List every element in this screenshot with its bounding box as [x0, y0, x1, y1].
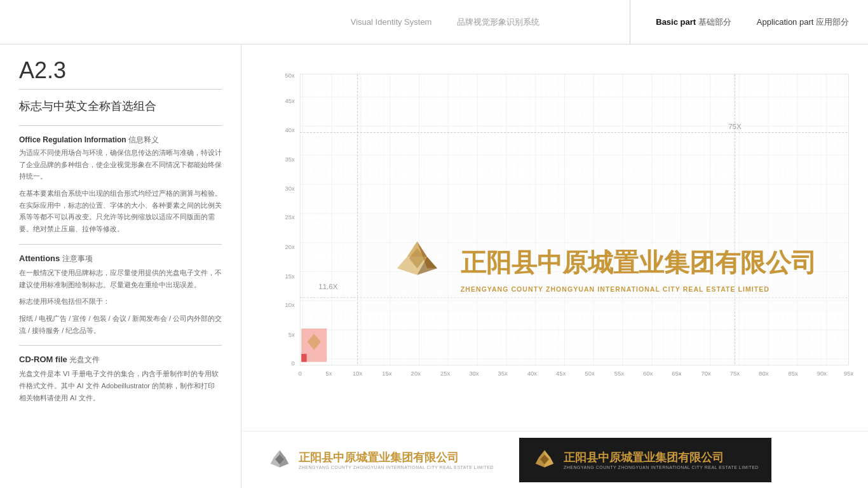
nav-application[interactable]: Application part 应用部分	[757, 17, 849, 28]
divider-1	[19, 125, 222, 126]
section3-label: CD-ROM file 光盘文件	[19, 355, 222, 365]
logo-text-dark: 正阳县中原城置业集团有限公司 ZHENGYANG COUNTY ZHONGYUA…	[564, 450, 759, 470]
svg-text:85x: 85x	[788, 370, 798, 377]
main-content: A2.3 标志与中英文全称首选组合 Office Regulation Info…	[0, 44, 868, 488]
svg-text:0: 0	[291, 360, 294, 367]
svg-text:15x: 15x	[285, 273, 295, 280]
section3-body: 光盘文件是本 VI 手册电子文件的集合，内含手册制作时的专用软件格式文件。其中 …	[19, 368, 222, 403]
svg-text:25x: 25x	[285, 214, 295, 220]
section1-body2: 在基本要素组合系统中出现的组合形式均经过严格的测算与检验。在实际应用中，标志的位…	[19, 187, 222, 235]
svg-text:50x: 50x	[585, 370, 595, 377]
section1-body1: 为适应不同使用场合与环境，确保信息传达的清晰与准确，特设计了企业品牌的多种组合，…	[19, 147, 222, 182]
svg-rect-40	[301, 354, 306, 362]
svg-text:30x: 30x	[469, 370, 479, 377]
svg-text:10x: 10x	[285, 301, 295, 308]
svg-text:95x: 95x	[844, 370, 854, 377]
section2-body1: 在一般情况下使用品牌标志，应尽量使用提供的光盘电子文件，不建议使用标准制图绘制标…	[19, 267, 222, 290]
svg-text:45x: 45x	[285, 97, 295, 104]
header-right: Basic part 基础部分 Application part 应用部分	[630, 17, 849, 28]
logo-light: 正阳县中原城置业集团有限公司 ZHENGYANG COUNTY ZHONGYUA…	[254, 441, 506, 479]
svg-text:5x: 5x	[288, 331, 295, 338]
svg-text:70x: 70x	[702, 370, 712, 377]
section2-label: Attentions 注意事项	[19, 254, 222, 264]
section2-body3: 报纸 / 电视广告 / 宣传 / 包装 / 会议 / 新闻发布会 / 公司内外部…	[19, 313, 222, 336]
svg-text:80x: 80x	[759, 370, 769, 377]
svg-text:40x: 40x	[285, 126, 295, 133]
svg-text:50x: 50x	[285, 72, 295, 79]
svg-text:35x: 35x	[285, 156, 295, 163]
page-code: A2.3	[19, 57, 222, 90]
page-title: 标志与中英文全称首选组合	[19, 98, 222, 114]
logo-dark: 正阳县中原城置业集团有限公司 ZHENGYANG COUNTY ZHONGYUA…	[519, 438, 771, 482]
logo-cn-dark: 正阳县中原城置业集团有限公司	[564, 450, 759, 465]
svg-text:45x: 45x	[556, 370, 566, 377]
chart-area: 0 5x 10x 15x 20x 25x 30x 35x 40x 45x 50x…	[241, 44, 868, 431]
content-area: 0 5x 10x 15x 20x 25x 30x 35x 40x 45x 50x…	[241, 44, 868, 488]
svg-text:11.6X: 11.6X	[318, 283, 338, 290]
nav-title-en: Visual Identity System	[351, 17, 432, 27]
svg-text:ZHENGYANG COUNTY ZHONGYUAN INT: ZHENGYANG COUNTY ZHONGYUAN INTERNATIONAL…	[461, 285, 770, 293]
svg-text:20x: 20x	[411, 370, 421, 377]
logo-text-light: 正阳县中原城置业集团有限公司 ZHENGYANG COUNTY ZHONGYUA…	[299, 450, 494, 470]
chart-svg: 0 5x 10x 15x 20x 25x 30x 35x 40x 45x 50x…	[273, 51, 855, 405]
svg-text:75x: 75x	[730, 370, 740, 377]
svg-text:20x: 20x	[285, 243, 295, 250]
nav-title-cn: 品牌视觉形象识别系统	[457, 17, 539, 28]
logo-cn-light: 正阳县中原城置业集团有限公司	[299, 450, 494, 465]
svg-text:5x: 5x	[325, 370, 332, 377]
divider-3	[19, 345, 222, 346]
logo-en-dark: ZHENGYANG COUNTY ZHONGYUAN INTERNATIONAL…	[564, 465, 759, 470]
section2-body2: 标志使用环境包括但不限于：	[19, 295, 222, 308]
svg-text:25x: 25x	[440, 370, 451, 377]
svg-text:60x: 60x	[643, 370, 653, 377]
svg-text:10x: 10x	[353, 370, 363, 377]
svg-text:35x: 35x	[498, 370, 508, 377]
logo-diamond-dark	[532, 447, 557, 473]
section1-label: Office Regulation Information 信息释义	[19, 135, 222, 146]
svg-text:0: 0	[298, 370, 301, 377]
svg-text:15x: 15x	[382, 370, 392, 377]
header-center: Visual Identity System 品牌视觉形象识别系统	[261, 0, 630, 44]
svg-text:90x: 90x	[817, 370, 827, 377]
logo-diamond-light	[267, 447, 292, 473]
nav-basic[interactable]: Basic part 基础部分	[656, 17, 731, 28]
sidebar: A2.3 标志与中英文全称首选组合 Office Regulation Info…	[0, 44, 241, 488]
logos-area: 正阳县中原城置业集团有限公司 ZHENGYANG COUNTY ZHONGYUA…	[241, 431, 868, 488]
svg-text:40x: 40x	[527, 370, 538, 377]
logo-en-light: ZHENGYANG COUNTY ZHONGYUAN INTERNATIONAL…	[299, 465, 494, 470]
svg-text:55x: 55x	[614, 370, 625, 377]
divider-2	[19, 244, 222, 245]
svg-text:正阳县中原城置业集团有限公司: 正阳县中原城置业集团有限公司	[461, 248, 817, 276]
svg-text:30x: 30x	[285, 185, 295, 192]
header: Visual Identity System 品牌视觉形象识别系统 Basic …	[0, 0, 868, 44]
svg-text:65x: 65x	[672, 370, 682, 377]
